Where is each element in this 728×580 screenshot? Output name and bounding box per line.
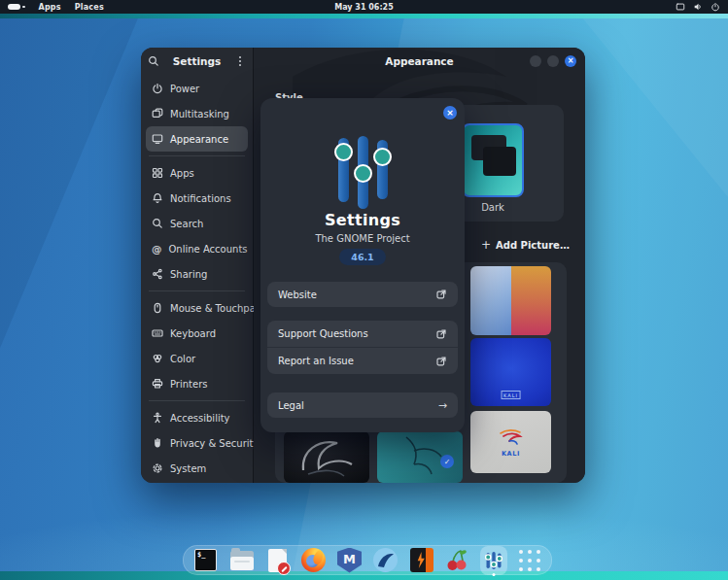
wallpaper-thumbnail-kali-dark[interactable] [284,431,369,483]
dock-item-burpsuite[interactable] [408,547,434,573]
sidebar-item-power[interactable]: Power [146,76,248,101]
sidebar-item-apps[interactable]: Apps [146,160,248,186]
about-settings-dialog: × Settings The GNOME Project 46.1 Websit… [260,98,465,432]
dock-item-cherrytree[interactable] [444,547,470,573]
privacy-hand-icon [152,437,163,449]
dock-item-terminal[interactable]: $_ [192,547,219,573]
sidebar-item-appearance[interactable]: Appearance [146,126,248,152]
desktop: Apps Places May 31 06:25 Settings Power [0,0,728,580]
dock-item-firefox[interactable] [300,547,327,573]
sidebar-item-label: Mouse & Touchpad [170,303,261,314]
sidebar-item-label: Online Accounts [169,244,248,255]
search-icon[interactable] [148,55,159,67]
dock-item-file-manager[interactable] [228,547,255,573]
app-icon-slider-knob [373,148,392,166]
apps-grid-icon [152,167,163,179]
add-picture-label: Add Picture… [496,240,570,251]
dock: $_ M [183,545,552,575]
sidebar-item-label: Multitasking [170,109,229,119]
sidebar-item-label: Keyboard [170,328,216,339]
kali-logo-label: KALI [502,450,520,458]
wallpaper-thumbnail-kali-logo[interactable]: KALI [470,411,551,473]
support-group: Support Questions Report an Issue [267,321,458,374]
menu-kebab-icon[interactable] [234,55,246,67]
clock[interactable]: May 31 06:25 [0,3,728,12]
sidebar-item-accessibility[interactable]: Accessibility [146,405,248,430]
printer-icon [152,378,163,390]
website-row[interactable]: Website [267,282,458,307]
maximize-button[interactable] [547,55,559,67]
bell-icon [152,192,163,204]
report-issue-label: Report an Issue [278,356,354,366]
external-link-icon [435,356,447,367]
sidebar-item-label: Search [170,219,203,229]
dock-item-wireshark[interactable] [372,547,399,573]
sidebar-item-multitasking[interactable]: Multitasking [146,101,248,126]
report-issue-row[interactable]: Report an Issue [267,348,458,374]
text-editor-icon [268,549,287,572]
sidebar-item-keyboard[interactable]: Keyboard [146,321,248,346]
website-label: Website [278,290,317,300]
sidebar-item-mouse-touchpad[interactable]: Mouse & Touchpad [146,295,248,321]
settings-sidebar: Settings Power Multitasking Appearance [141,48,254,483]
wallpaper-dark-half [511,266,552,335]
sidebar-item-notifications[interactable]: Notifications [146,186,248,211]
sidebar-separator [149,290,245,291]
sidebar-item-label: Accessibility [170,413,230,424]
sidebar-title: Settings [163,55,230,67]
wallpaper-light-half [470,266,511,335]
kali-dragon-logo [497,427,526,449]
sidebar-separator [149,400,245,401]
app-grid-icon [518,549,541,572]
sidebar-item-sharing[interactable]: Sharing [146,261,248,287]
external-link-icon [435,289,447,300]
support-questions-row[interactable]: Support Questions [267,321,458,347]
sidebar-item-label: Apps [170,168,194,179]
sidebar-item-label: Power [170,84,199,94]
wallpaper-horizon [0,14,728,18]
app-icon-slider-knob [354,164,372,183]
sidebar-item-label: Privacy & Security [170,438,259,449]
sidebar-item-printers[interactable]: Printers [146,371,248,396]
dialog-close-button[interactable]: × [443,106,457,119]
external-link-icon [435,328,447,340]
sidebar-item-privacy-security[interactable]: Privacy & Security [146,430,248,456]
app-name: Settings [260,211,465,229]
close-button[interactable]: × [565,55,576,67]
search-icon [152,218,163,229]
sidebar-item-color[interactable]: Color [146,346,248,371]
mouse-icon [152,302,163,314]
dock-item-text-editor[interactable] [264,547,291,573]
style-preview-window [483,147,516,176]
dock-item-settings[interactable] [480,547,506,573]
sidebar-separator [149,155,245,156]
style-option-dark[interactable] [462,123,524,197]
gear-icon [152,462,163,474]
share-icon [152,268,163,280]
file-manager-icon [230,551,254,570]
at-icon: @ [152,243,162,255]
kali-dragon-dark [284,431,369,483]
minimize-button[interactable] [530,55,541,67]
metasploit-icon: M [337,548,362,573]
appearance-icon [152,133,163,145]
developer-name: The GNOME Project [260,233,465,244]
wallpaper-thumbnail-kali-blue[interactable]: KALI [470,338,551,406]
sidebar-item-label: System [170,463,206,474]
burpsuite-icon [410,548,433,572]
power-icon [152,83,163,94]
legal-row[interactable]: Legal → [267,392,458,418]
style-option-dark-label: Dark [462,202,524,213]
plus-icon: + [481,239,491,251]
dock-item-metasploit[interactable]: M [336,547,363,573]
dock-item-app-grid[interactable] [516,547,542,573]
sidebar-item-search[interactable]: Search [146,211,248,236]
version-badge[interactable]: 46.1 [339,249,385,265]
wallpaper-thumbnail-split[interactable] [470,266,551,335]
support-questions-label: Support Questions [278,328,368,339]
sidebar-item-label: Color [170,354,195,364]
sidebar-item-online-accounts[interactable]: @ Online Accounts [146,236,248,261]
add-picture-button[interactable]: + Add Picture… [471,236,579,254]
sidebar-item-system[interactable]: System [146,456,248,481]
app-icon-slider-knob [334,143,353,161]
